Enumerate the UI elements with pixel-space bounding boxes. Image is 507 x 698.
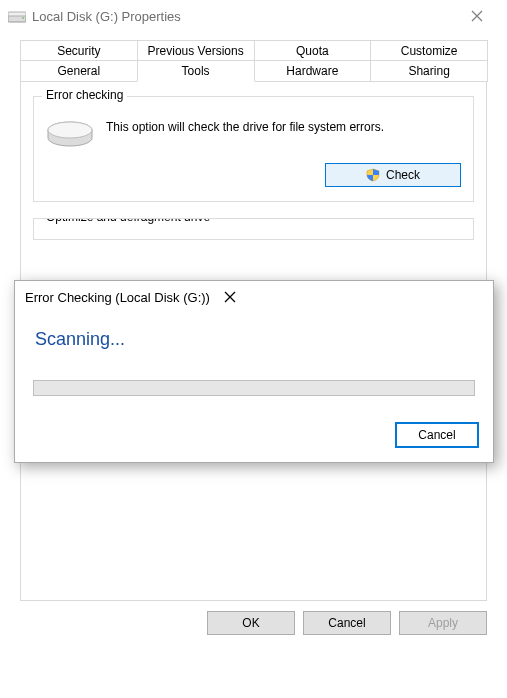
disk-check-icon [46,117,94,153]
window-close-button[interactable] [455,0,499,32]
tab-tools[interactable]: Tools [137,60,255,82]
dialog-close-button[interactable] [210,283,250,311]
scanning-status: Scanning... [35,329,475,350]
tab-row-1: Security Previous Versions Quota Customi… [20,40,487,61]
properties-window: Local Disk (G:) Properties Security Prev… [0,0,507,698]
dialog-cancel-button[interactable]: Cancel [395,422,479,448]
group-error-checking-legend: Error checking [42,88,127,102]
dialog-title: Error Checking (Local Disk (G:)) [25,290,210,305]
tab-general[interactable]: General [20,60,138,82]
window-titlebar: Local Disk (G:) Properties [0,0,507,32]
dialog-button-row: OK Cancel Apply [0,601,507,649]
group-optimize: Optimize and defragment drive [33,218,474,240]
progress-bar [33,380,475,396]
tab-hardware[interactable]: Hardware [254,60,372,82]
dialog-body: Scanning... [15,313,493,412]
check-button[interactable]: Check [325,163,461,187]
tab-quota[interactable]: Quota [254,40,372,61]
tab-security[interactable]: Security [20,40,138,61]
group-error-checking: Error checking This option will check th… [33,96,474,202]
error-checking-description: This option will check the drive for fil… [106,117,461,135]
tab-sharing[interactable]: Sharing [370,60,488,82]
shield-icon [366,168,380,182]
group-optimize-legend: Optimize and defragment drive [42,218,214,224]
apply-button[interactable]: Apply [399,611,487,635]
svg-point-4 [48,122,92,138]
drive-icon [8,9,26,23]
svg-point-2 [22,17,24,19]
dialog-titlebar: Error Checking (Local Disk (G:)) [15,281,493,313]
ok-button[interactable]: OK [207,611,295,635]
error-checking-dialog: Error Checking (Local Disk (G:)) Scannin… [14,280,494,463]
window-title: Local Disk (G:) Properties [32,9,181,24]
tab-previous-versions[interactable]: Previous Versions [137,40,255,61]
cancel-button[interactable]: Cancel [303,611,391,635]
tab-customize[interactable]: Customize [370,40,488,61]
check-button-label: Check [386,168,420,182]
svg-rect-1 [8,12,26,16]
tab-row-2: General Tools Hardware Sharing [20,60,487,82]
